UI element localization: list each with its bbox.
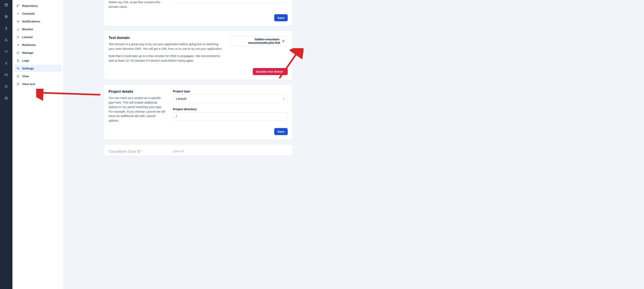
svg-rect-7 xyxy=(5,40,6,41)
project-dir-label: Project directory xyxy=(173,107,288,111)
external-icon xyxy=(282,40,285,42)
external-icon xyxy=(16,82,20,86)
svg-point-4 xyxy=(6,28,6,28)
project-type-label: Project type xyxy=(173,90,288,93)
project-details-desc: You can mark your project as a specific … xyxy=(108,96,167,123)
sidebar-item-label: Redirects xyxy=(22,43,36,46)
megaphone-icon xyxy=(16,20,20,23)
card-project-details: Project details You can mark your projec… xyxy=(104,85,292,140)
sidebar-item-label: Settings xyxy=(22,67,34,70)
sidebar-item-label: Commits xyxy=(22,12,35,15)
arrows-icon xyxy=(16,43,20,46)
card-icon xyxy=(4,73,8,77)
help-icon xyxy=(4,96,8,100)
card-ssl: delete any SSL script that contains this… xyxy=(104,0,292,26)
test-domain-link[interactable]: hidden-mountain-cwuumwuwlw.ploi.link xyxy=(229,36,288,46)
user-icon xyxy=(4,62,8,65)
sidebar: Repository Commits Notifications Monitor… xyxy=(12,0,64,289)
main-content: delete any SSL script that contains this… xyxy=(64,0,644,289)
rail-item-user[interactable] xyxy=(0,58,12,68)
ssl-desc-fragment: delete any SSL script that contains this… xyxy=(108,0,167,9)
sidebar-item-laravel[interactable]: Laravel xyxy=(14,33,62,41)
svg-rect-8 xyxy=(6,40,8,41)
sidebar-item-repository[interactable]: Repository xyxy=(14,2,62,10)
rail-item-book[interactable] xyxy=(0,82,12,92)
project-type-select[interactable]: Laravel xyxy=(173,94,288,103)
svg-point-14 xyxy=(17,4,18,5)
sidebar-item-label: Manage xyxy=(22,51,33,54)
svg-point-17 xyxy=(18,13,18,14)
sidebar-item-view-test[interactable]: View test xyxy=(14,80,62,88)
test-domain-note: Note that it could take up to a few minu… xyxy=(108,54,223,63)
rail-item-globe[interactable] xyxy=(0,12,12,22)
cloudflare-title: Cloudflare Zone ID xyxy=(108,150,167,154)
card-cloudflare: Cloudflare Zone ID Zone ID xyxy=(104,145,292,156)
rail-item-traffic[interactable] xyxy=(0,23,12,33)
project-type-value: Laravel xyxy=(176,97,186,100)
card-test-domain: Test domain Test domain is a great way t… xyxy=(104,31,292,80)
sidebar-item-view[interactable]: View xyxy=(14,72,62,80)
chart-line-icon xyxy=(16,28,20,31)
globe-icon xyxy=(4,15,8,18)
sidebar-item-settings[interactable]: Settings xyxy=(14,64,62,72)
rail-item-home[interactable] xyxy=(0,0,12,10)
svg-point-20 xyxy=(18,69,19,69)
sidebar-item-label: Repository xyxy=(22,4,38,8)
project-save-button[interactable]: Save xyxy=(274,128,288,135)
laravel-icon xyxy=(16,36,20,39)
test-domain-title: Test domain xyxy=(108,36,223,40)
sidebar-item-label: Monitor xyxy=(22,28,33,31)
svg-point-16 xyxy=(18,4,19,5)
svg-rect-11 xyxy=(5,85,8,88)
rail-item-network[interactable] xyxy=(0,35,12,45)
rail-item-help[interactable] xyxy=(0,93,12,103)
home-icon xyxy=(4,3,8,7)
sidebar-item-commits[interactable]: Commits xyxy=(14,10,62,17)
svg-point-9 xyxy=(6,62,7,63)
sidebar-item-logs[interactable]: Logs xyxy=(14,57,62,64)
svg-point-13 xyxy=(6,98,7,99)
sidebar-item-label: View xyxy=(22,74,29,78)
left-rail xyxy=(0,0,12,289)
rail-item-card[interactable] xyxy=(0,70,12,80)
traffic-icon xyxy=(4,26,8,30)
project-dir-input[interactable] xyxy=(173,112,288,121)
git-branch-icon xyxy=(16,4,20,8)
commit-icon xyxy=(16,12,20,15)
svg-rect-10 xyxy=(5,74,8,76)
sidebar-item-redirects[interactable]: Redirects xyxy=(14,41,62,48)
svg-point-19 xyxy=(17,68,18,68)
external-icon xyxy=(16,75,20,78)
project-details-title: Project details xyxy=(108,90,167,94)
svg-rect-0 xyxy=(5,4,8,6)
rail-item-code[interactable] xyxy=(0,46,12,56)
svg-point-5 xyxy=(6,29,6,29)
sidebar-item-notifications[interactable]: Notifications xyxy=(14,18,62,25)
sidebar-item-label: Logs xyxy=(22,59,29,62)
test-domain-url: hidden-mountain-cwuumwuwlw.ploi.link xyxy=(232,38,280,44)
ssl-save-button[interactable]: Save xyxy=(274,14,288,21)
test-domain-desc: Test domain is a great way to try out yo… xyxy=(108,42,223,51)
sidebar-item-manage[interactable]: Manage xyxy=(14,49,62,56)
book-icon xyxy=(4,85,8,88)
sidebar-item-label: Laravel xyxy=(22,35,33,39)
code-icon xyxy=(4,50,8,54)
file-icon xyxy=(16,59,20,62)
svg-point-3 xyxy=(6,28,6,28)
sidebar-item-monitor[interactable]: Monitor xyxy=(14,26,62,33)
cloudflare-zone-label: Zone ID xyxy=(173,150,288,153)
disable-test-domain-button[interactable]: Disable test domain xyxy=(253,68,288,75)
gears-icon xyxy=(16,67,20,70)
network-icon xyxy=(4,38,8,42)
briefcase-icon xyxy=(16,51,20,54)
svg-rect-18 xyxy=(17,52,19,54)
svg-point-15 xyxy=(17,6,18,7)
sidebar-item-label: Notifications xyxy=(22,20,40,23)
sidebar-item-label: View test xyxy=(22,82,35,86)
svg-rect-6 xyxy=(6,38,7,39)
